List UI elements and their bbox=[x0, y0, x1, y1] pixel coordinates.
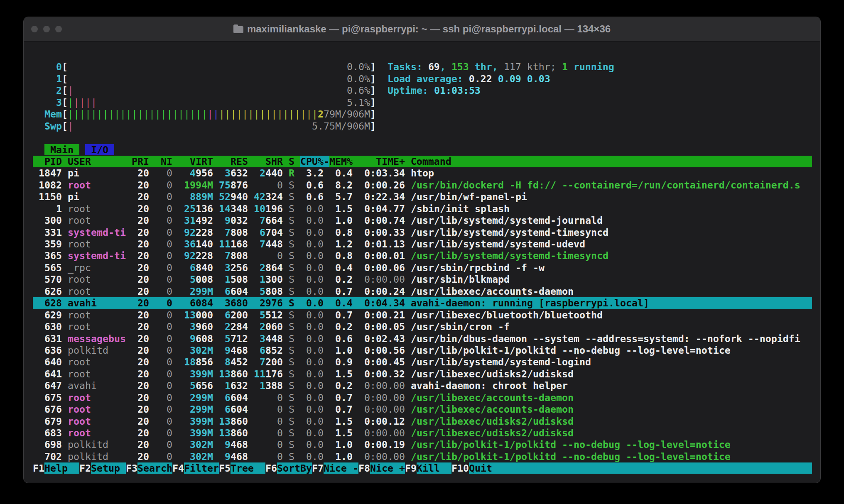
process-row-300[interactable]: 300 root 20 0 31492 9032 7664 S 0.0 1.0 … bbox=[33, 215, 812, 226]
fkey-f3[interactable]: F3Search bbox=[126, 462, 172, 474]
cpu-1-meter: 1[ 0.0%] Load average: 0.22 0.09 0.03 bbox=[33, 73, 812, 85]
titlebar-content: maximiliankaske — pi@raspberrypi: ~ — ss… bbox=[24, 23, 820, 35]
function-key-bar: F1Help F2Setup F3SearchF4FilterF5Tree F6… bbox=[33, 462, 812, 474]
process-row-630[interactable]: 630 root 20 0 3960 2284 2060 S 0.0 0.2 0… bbox=[33, 321, 812, 333]
fkey-f2[interactable]: F2Setup bbox=[79, 462, 126, 474]
process-row-1082[interactable]: 1082 root 20 0 1994M 75876 0 S 0.6 8.2 0… bbox=[33, 179, 812, 191]
process-row-1847[interactable]: 1847 pi 20 0 4956 3632 2440 R 3.2 0.4 0:… bbox=[33, 167, 812, 179]
process-row-640[interactable]: 640 root 20 0 18856 8452 7200 S 0.0 0.9 … bbox=[33, 356, 812, 368]
tab-main[interactable]: Main bbox=[44, 144, 79, 155]
terminal-window: maximiliankaske — pi@raspberrypi: ~ — ss… bbox=[23, 17, 821, 483]
cpu-3-meter: 3[||||| 5.1%] bbox=[33, 97, 812, 108]
fkey-f5[interactable]: F5Tree bbox=[219, 462, 265, 474]
process-row-647[interactable]: 647 avahi 20 0 5656 1632 1388 S 0.0 0.2 … bbox=[33, 380, 812, 391]
fkey-f1[interactable]: F1Help bbox=[33, 462, 79, 474]
zoom-button[interactable] bbox=[55, 26, 62, 32]
folder-icon bbox=[233, 26, 243, 33]
cpu-2-meter: 2[| 0.6%] Uptime: 01:03:53 bbox=[33, 85, 812, 96]
process-row-628[interactable]: 628 avahi 20 0 6084 3680 2976 S 0.0 0.4 … bbox=[33, 297, 812, 309]
terminal: 0[ 0.0%] Tasks: 69, 153 thr, 117 kthr; 1… bbox=[33, 49, 812, 475]
fkey-f9[interactable]: F9Kill bbox=[405, 462, 451, 474]
process-row-631[interactable]: 631 messagebus 20 0 9608 5712 3448 S 0.0… bbox=[33, 333, 812, 345]
process-row-676[interactable]: 676 root 20 0 299M 6604 0 S 0.0 0.7 0:00… bbox=[33, 404, 812, 415]
process-row-331[interactable]: 331 systemd-ti 20 0 92228 7808 6704 S 0.… bbox=[33, 227, 812, 238]
tab-i-o[interactable]: I/O bbox=[85, 144, 114, 155]
process-row-359[interactable]: 359 root 20 0 36140 11168 7448 S 0.0 1.2… bbox=[33, 238, 812, 250]
process-row-702[interactable]: 702 polkitd 20 0 302M 9468 0 S 0.0 1.0 0… bbox=[33, 451, 812, 462]
process-row-565[interactable]: 565 _rpc 20 0 6840 3256 2864 S 0.0 0.4 0… bbox=[33, 262, 812, 274]
process-row-675[interactable]: 675 root 20 0 299M 6604 0 S 0.0 0.7 0:00… bbox=[33, 392, 812, 404]
mem-meter: Mem[||||||||||||||||||||||||||||||||||||… bbox=[33, 108, 812, 120]
window-titlebar[interactable]: maximiliankaske — pi@raspberrypi: ~ — ss… bbox=[24, 17, 820, 42]
blank-line bbox=[33, 49, 812, 61]
sort-column-header[interactable]: CPU%- bbox=[300, 156, 329, 167]
process-row-570[interactable]: 570 root 20 0 5008 1508 1300 S 0.0 0.2 0… bbox=[33, 274, 812, 285]
process-row-641[interactable]: 641 root 20 0 399M 13860 11176 S 0.0 1.5… bbox=[33, 368, 812, 380]
table-header: PID USER PRI NI VIRT RES SHR S CPU%-MEM%… bbox=[33, 156, 812, 167]
minimize-button[interactable] bbox=[43, 26, 50, 32]
fkey-f6[interactable]: F6SortBy bbox=[265, 462, 312, 474]
process-row-365[interactable]: 365 systemd-ti 20 0 92228 7808 0 S 0.0 0… bbox=[33, 250, 812, 262]
blank-line bbox=[33, 132, 812, 144]
fkey-f4[interactable]: F4Filter bbox=[172, 462, 219, 474]
process-row-698[interactable]: 698 polkitd 20 0 302M 9468 0 S 0.0 1.0 0… bbox=[33, 439, 812, 450]
process-row-1[interactable]: 1 root 20 0 25136 14348 10196 S 0.0 1.5 … bbox=[33, 203, 812, 215]
process-row-636[interactable]: 636 polkitd 20 0 302M 9468 6852 S 0.0 1.… bbox=[33, 345, 812, 356]
cpu-0-meter: 0[ 0.0%] Tasks: 69, 153 thr, 117 kthr; 1… bbox=[33, 61, 812, 73]
traffic-lights bbox=[31, 17, 62, 41]
process-row-683[interactable]: 683 root 20 0 399M 13860 0 S 0.0 1.5 0:0… bbox=[33, 427, 812, 439]
process-row-1150[interactable]: 1150 pi 20 0 889M 52940 42324 S 0.6 5.7 … bbox=[33, 191, 812, 203]
swp-meter: Swp[| 5.75M/906M] bbox=[33, 120, 812, 132]
fkey-f8[interactable]: F8Nice + bbox=[358, 462, 405, 474]
fkey-f10[interactable]: F10Quit bbox=[451, 462, 492, 474]
screen-tabs: Main I/O bbox=[33, 144, 812, 156]
fkey-f7[interactable]: F7Nice - bbox=[312, 462, 358, 474]
process-row-679[interactable]: 679 root 20 0 399M 13860 0 S 0.0 1.5 0:0… bbox=[33, 416, 812, 427]
close-button[interactable] bbox=[31, 26, 38, 32]
process-row-626[interactable]: 626 root 20 0 299M 6604 5808 S 0.0 0.7 0… bbox=[33, 286, 812, 297]
process-row-629[interactable]: 629 root 20 0 13000 6200 5512 S 0.0 0.7 … bbox=[33, 309, 812, 321]
window-title: maximiliankaske — pi@raspberrypi: ~ — ss… bbox=[247, 23, 611, 35]
